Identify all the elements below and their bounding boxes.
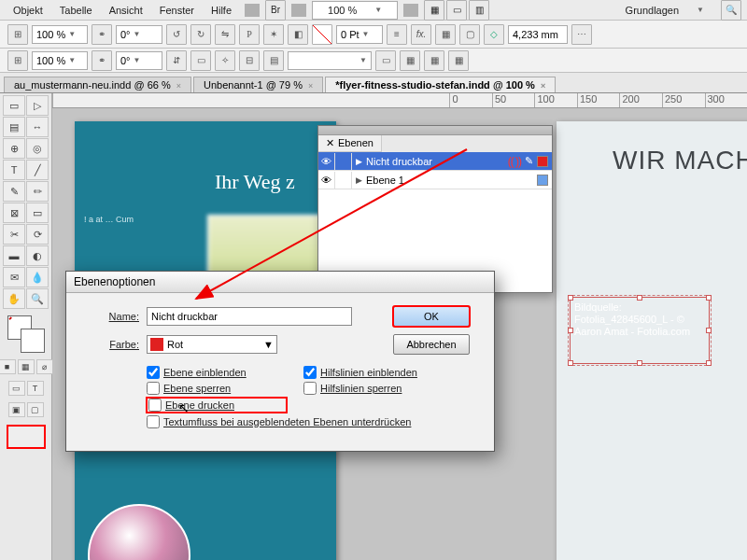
rotate-cw-icon[interactable]: ↻ <box>190 24 211 45</box>
page-tool[interactable]: ▤ <box>3 117 25 137</box>
cursor-icon: ↖ <box>178 400 190 415</box>
refpoint-icon[interactable]: ⊞ <box>7 24 28 45</box>
scale-x-field[interactable]: 100 %▼ <box>32 25 88 44</box>
opacity-icon[interactable]: ▭ <box>375 50 396 71</box>
rect-frame-tool[interactable]: ⊠ <box>3 203 25 223</box>
stroke-none-icon[interactable] <box>312 24 332 45</box>
workspace: ▭▷ ▤↔ ⊕◎ T╱ ✎✏ ⊠▭ ✂⟳ ▬◐ ✉💧 ✋🔍 ■ ▦ ⌀ ▭ T … <box>0 93 747 560</box>
stroke-style-2-field[interactable]: ▼ <box>288 51 372 70</box>
close-icon[interactable]: × <box>308 81 313 91</box>
doc-tab-2[interactable]: Unbenannt-1 @ 79 %× <box>193 77 323 92</box>
scale-y-field[interactable]: 100 %▼ <box>32 51 88 70</box>
annotation-arrow <box>187 140 523 345</box>
stroke-style-icon[interactable]: ≡ <box>387 24 407 45</box>
menu-tabelle[interactable]: Tabelle <box>52 3 100 18</box>
numeric-field[interactable]: 4,233 mm <box>508 25 568 44</box>
scissors-tool[interactable]: ✂ <box>3 224 25 245</box>
hand-tool[interactable]: ✋ <box>3 288 25 309</box>
fill-stroke-swatch[interactable] <box>7 315 45 353</box>
pen-tool[interactable]: ✎ <box>3 181 25 202</box>
misc-d-icon[interactable]: ▤ <box>263 50 284 71</box>
close-icon[interactable]: × <box>176 81 181 91</box>
apply-color-icon[interactable]: ■ <box>0 359 16 374</box>
wrap-3-icon[interactable]: ▦ <box>424 50 444 71</box>
rotate-ccw-icon[interactable]: ↺ <box>166 24 187 45</box>
refpoint-2-icon[interactable]: ⊞ <box>7 50 28 71</box>
close-icon[interactable]: × <box>541 81 545 91</box>
eyedropper-tool[interactable]: 💧 <box>26 267 49 287</box>
gradient-feather-tool[interactable]: ◐ <box>26 245 49 266</box>
toolbox: ▭▷ ▤↔ ⊕◎ T╱ ✎✏ ⊠▭ ✂⟳ ▬◐ ✉💧 ✋🔍 ■ ▦ ⌀ ▭ T … <box>0 93 52 560</box>
menu-fenster[interactable]: Fenster <box>152 3 202 18</box>
arrange-icon[interactable]: ▥ <box>469 0 489 21</box>
more-icon[interactable]: ⋯ <box>571 24 592 45</box>
zoom-tool[interactable]: 🔍 <box>26 288 49 309</box>
normal-view-icon[interactable]: ▣ <box>8 402 25 417</box>
screen-mode-button[interactable] <box>7 426 45 448</box>
note-tool[interactable]: ✉ <box>3 267 25 287</box>
sample-tool[interactable]: ◎ <box>26 138 49 159</box>
menu-ansicht[interactable]: Ansicht <box>102 3 150 18</box>
gradient-tool[interactable]: ▬ <box>3 245 25 266</box>
panel-drag-handle[interactable] <box>318 126 552 135</box>
circle-photo[interactable] <box>88 504 190 560</box>
search-icon[interactable]: 🔍 <box>721 0 741 21</box>
misc-b-icon[interactable]: ✧ <box>215 50 235 71</box>
link-icon[interactable]: ⚭ <box>92 24 112 45</box>
format-text-icon[interactable]: T <box>27 381 44 396</box>
stroke-weight-field[interactable]: 0 Pt▼ <box>336 25 383 44</box>
credit-text-frame[interactable]: Bildquelle: Fotolia_42845600_L - © Aaron… <box>570 297 710 364</box>
preview-view-icon[interactable]: ▢ <box>27 402 44 417</box>
char-icon[interactable]: ✶ <box>263 24 284 45</box>
doc-tab-1[interactable]: au_mustermann-neu.indd @ 66 %× <box>4 77 191 92</box>
menu-hilfe[interactable]: Hilfe <box>204 3 239 18</box>
layer-color-swatch <box>537 175 548 186</box>
chk-show-guides[interactable]: Hilfslinien einblenden <box>303 366 472 379</box>
link-2-icon[interactable]: ⚭ <box>92 50 112 71</box>
line-tool[interactable]: ╱ <box>26 160 49 180</box>
skew-field[interactable]: 0°▼ <box>116 51 162 70</box>
gap-tool[interactable]: ↔ <box>26 117 49 137</box>
doc-tab-3[interactable]: *flyer-fitness-studio-stefan.indd @ 100 … <box>325 77 556 92</box>
apply-none-icon[interactable]: ⌀ <box>36 359 53 374</box>
fill-icon[interactable]: ◧ <box>288 24 308 45</box>
format-mode-row: ▭ T <box>8 381 44 396</box>
format-container-icon[interactable]: ▭ <box>8 381 25 396</box>
screen-mode-icon[interactable]: ▭ <box>446 0 467 21</box>
pencil-tool[interactable]: ✏ <box>26 181 49 202</box>
svg-line-0 <box>196 149 467 299</box>
effects-icon[interactable]: fx. <box>411 24 431 45</box>
menu-objekt[interactable]: Objekt <box>6 3 50 18</box>
selection-tool[interactable]: ▭ <box>3 95 25 116</box>
direct-select-tool[interactable]: ▷ <box>26 95 49 116</box>
menubar: Objekt Tabelle Ansicht Fenster Hilfe Br … <box>0 0 747 21</box>
corners-icon[interactable]: ▢ <box>459 24 480 45</box>
view-options-icon[interactable]: ▦ <box>424 0 444 21</box>
workspace-switcher[interactable]: Grundlagen▼ <box>611 1 719 20</box>
flip-v-icon[interactable]: ⇵ <box>166 50 187 71</box>
document-tab-bar: au_mustermann-neu.indd @ 66 %× Unbenannt… <box>0 73 747 93</box>
frame-icon[interactable]: ◇ <box>484 24 504 45</box>
misc-a-icon[interactable]: ▭ <box>190 50 211 71</box>
transform-tool[interactable]: ⟳ <box>26 224 49 245</box>
misc-c-icon[interactable]: ⊟ <box>239 50 260 71</box>
wrap-icon[interactable]: ▦ <box>435 24 456 45</box>
type-tool[interactable]: T <box>3 160 25 180</box>
horizontal-ruler: 050100150200250300 <box>52 93 747 108</box>
wrap-4-icon[interactable]: ▦ <box>448 50 469 71</box>
color-chip <box>150 338 163 351</box>
bridge-icon[interactable]: Br <box>265 0 286 21</box>
chk-suppress-wrap[interactable]: Textumfluss bei ausgeblendeten Ebenen un… <box>147 415 472 428</box>
paragraph-icon[interactable]: P <box>239 24 260 45</box>
chk-print-layer[interactable]: Ebene drucken <box>147 398 287 413</box>
chk-lock-guides[interactable]: Hilfslinien sperren <box>303 382 472 395</box>
rect-tool[interactable]: ▭ <box>26 203 49 223</box>
wrap-2-icon[interactable]: ▦ <box>400 50 420 71</box>
zoom-field[interactable]: 100 %▼ <box>312 1 398 20</box>
rotate-field[interactable]: 0°▼ <box>116 25 162 44</box>
flip-h-icon[interactable]: ⇋ <box>215 24 235 45</box>
chk-lock-layer[interactable]: Ebene sperren <box>147 382 287 395</box>
apply-gradient-icon[interactable]: ▦ <box>18 359 35 374</box>
chk-show-layer[interactable]: Ebene einblenden <box>147 366 287 379</box>
content-tool[interactable]: ⊕ <box>3 138 25 159</box>
